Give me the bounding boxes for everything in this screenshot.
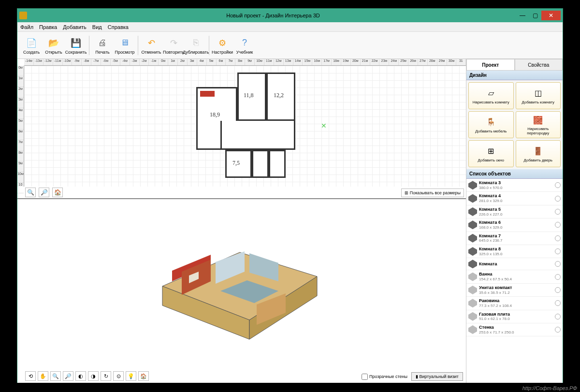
menu-file[interactable]: Файл <box>20 24 33 30</box>
render-3d-view[interactable]: ⟲ ✋ 🔍 🔎 ◐ ◑ ↻ ⊙ 💡 🏠 Прозрачные стены ▮ В… <box>17 199 466 383</box>
tab-project[interactable]: Проект <box>466 59 515 71</box>
plan-2d-view[interactable]: -14м-13м-12м-11м-10м-9м-8м-7м-6м-5м-4м-3… <box>17 59 466 199</box>
room-label-1: 18,9 <box>210 111 220 118</box>
design-Добавить-окно[interactable]: ⊞Добавить окно <box>468 140 514 167</box>
visibility-icon[interactable] <box>555 235 561 241</box>
render-3d-model <box>143 209 327 344</box>
visibility-icon[interactable] <box>555 300 561 306</box>
transparent-walls-checkbox[interactable]: Прозрачные стены <box>362 374 407 380</box>
ruler-horizontal: -14м-13м-12м-11м-10м-9м-8м-7м-6м-5м-4м-3… <box>24 59 466 66</box>
object-item[interactable]: Раковина77.3 x 57.2 x 108.4 <box>466 297 563 310</box>
tab-properties[interactable]: Свойства <box>515 59 563 71</box>
menu-view[interactable]: Вид <box>92 24 102 30</box>
room-label-3: 12,2 <box>274 92 284 99</box>
toolbar-дублировать[interactable]: ⎘Дублировать <box>185 33 207 58</box>
pan-button[interactable]: ✋ <box>38 371 48 381</box>
toolbar-просмотр[interactable]: 🖥Просмотр <box>114 33 136 58</box>
visibility-icon[interactable] <box>555 209 561 215</box>
room-label-2: 11,8 <box>244 92 254 99</box>
toolbar-учебник[interactable]: ?Учебник <box>233 33 256 58</box>
app-icon <box>19 12 27 19</box>
object-item[interactable]: Комната 8325.0 x 135.0 <box>466 245 563 258</box>
design-Нарисовать-комнату[interactable]: ▱Нарисовать комнату <box>468 82 514 109</box>
render-controls: ⟲ ✋ 🔍 🔎 ◐ ◑ ↻ ⊙ 💡 🏠 <box>25 371 149 381</box>
object-item[interactable]: Унитаз компакт35.6 x 36.5 x 71.2 <box>466 284 563 297</box>
app-window: Новый проект - Дизайн Интерьера 3D — ▢ ✕… <box>17 8 563 383</box>
objects-list[interactable]: Комната 3380.0 x 570.0Комната 4281.0 x 3… <box>466 179 563 383</box>
toolbar-печать[interactable]: 🖨Печать <box>91 33 114 58</box>
visibility-icon[interactable] <box>555 182 561 188</box>
design-Добавить-мебель[interactable]: 🪑Добавить мебель <box>468 111 514 138</box>
close-button[interactable]: ✕ <box>541 11 561 20</box>
maximize-button[interactable]: ▢ <box>529 11 541 20</box>
objects-section-header: Список объектов <box>466 169 563 179</box>
menu-edit[interactable]: Правка <box>39 24 57 30</box>
zoom-out-button[interactable]: 🔎 <box>39 188 49 197</box>
home-3d-button[interactable]: 🏠 <box>138 371 149 381</box>
toolbar-отменить[interactable]: ↶Отменить <box>140 33 162 58</box>
design-Нарисовать-перегородку[interactable]: 🧱Нарисовать перегородку <box>516 111 561 138</box>
light-button[interactable]: 💡 <box>126 371 136 381</box>
view-4-button[interactable]: ⊙ <box>113 371 124 381</box>
window-title: Новый проект - Дизайн Интерьера 3D <box>30 13 516 18</box>
rotate-button[interactable]: ⟲ <box>25 371 36 381</box>
design-Добавить-дверь[interactable]: 🚪Добавить дверь <box>516 140 561 167</box>
object-item[interactable]: Стенка253.6 x 71.7 x 250.0 <box>466 323 563 336</box>
object-item[interactable]: Ванна154.2 x 67.5 x 50.4 <box>466 270 563 283</box>
plan-controls: 🔍 🔎 🏠 <box>25 188 63 197</box>
object-item[interactable]: Комната 5226.0 x 227.0 <box>466 205 563 218</box>
visibility-icon[interactable] <box>555 222 561 228</box>
visibility-icon[interactable] <box>555 248 561 254</box>
object-item[interactable]: Комната 4281.0 x 329.0 <box>466 192 563 205</box>
visibility-icon[interactable] <box>555 196 561 202</box>
zoom-in-3d-button[interactable]: 🔍 <box>50 371 61 381</box>
toolbar: 📄Создать📂Открыть💾Сохранить🖨Печать🖥Просмо… <box>17 32 563 59</box>
side-panel: Проект Свойства Дизайн ▱Нарисовать комна… <box>466 59 563 383</box>
zoom-in-button[interactable]: 🔍 <box>25 188 36 197</box>
virtual-tour-button[interactable]: ▮ Виртуальный визит <box>411 372 463 381</box>
toolbar-открыть[interactable]: 📂Открыть <box>43 33 65 58</box>
toolbar-сохранить[interactable]: 💾Сохранить <box>65 33 87 58</box>
view-2-button[interactable]: ◑ <box>88 371 99 381</box>
titlebar: Новый проект - Дизайн Интерьера 3D — ▢ ✕ <box>17 9 563 22</box>
design-Добавить-комнату[interactable]: ◫Добавить комнату <box>516 82 561 109</box>
object-item[interactable]: Комната 6168.0 x 329.0 <box>466 218 563 232</box>
zoom-out-3d-button[interactable]: 🔎 <box>63 371 73 381</box>
toolbar-повторить[interactable]: ↷Повторить <box>162 33 185 58</box>
home-button[interactable]: 🏠 <box>52 188 63 197</box>
ruler-vertical: 0м1м2м3м4м5м6м7м8м9м10м10 <box>17 66 24 187</box>
object-item[interactable]: Комната 3380.0 x 570.0 <box>466 179 563 192</box>
show-dimensions-toggle[interactable]: ⊞ Показывать все размеры <box>401 189 464 197</box>
toolbar-настройки[interactable]: ⚙Настройки <box>211 33 233 58</box>
floorplan[interactable]: 18,9 11,8 12,2 7,5 <box>196 73 298 184</box>
view-1-button[interactable]: ◐ <box>75 371 86 381</box>
watermark: http://Софт-Варез.РФ <box>522 385 577 391</box>
minimize-button[interactable]: — <box>516 11 529 20</box>
object-item[interactable]: Комната 7645.0 x 236.7 <box>466 232 563 245</box>
visibility-icon[interactable] <box>555 314 561 319</box>
menubar: Файл Правка Добавить Вид Справка <box>17 22 563 32</box>
object-item[interactable]: Газовая плита51.0 x 62.1 x 78.0 <box>466 310 563 323</box>
visibility-icon[interactable] <box>555 327 561 333</box>
toolbar-создать[interactable]: 📄Создать <box>20 33 43 58</box>
design-section-header: Дизайн <box>466 71 563 80</box>
visibility-icon[interactable] <box>555 261 561 267</box>
object-item[interactable]: Комната <box>466 258 563 270</box>
cursor-mark-icon: ✕ <box>321 122 327 130</box>
view-3-button[interactable]: ↻ <box>101 371 111 381</box>
room-label-4: 7,5 <box>232 160 240 167</box>
visibility-icon[interactable] <box>555 274 561 280</box>
visibility-icon[interactable] <box>555 287 561 293</box>
menu-help[interactable]: Справка <box>108 24 129 30</box>
menu-add[interactable]: Добавить <box>63 24 87 30</box>
